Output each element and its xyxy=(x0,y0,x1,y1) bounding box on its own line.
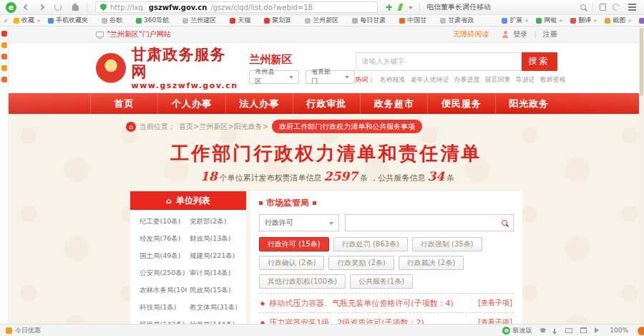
permission-item-text[interactable]: 移动式压力容器、气瓶充装单位资格许可(子项数：4) xyxy=(269,298,454,309)
unit-link[interactable]: 党群部(2条) xyxy=(190,217,237,226)
download-icon[interactable] xyxy=(554,329,555,332)
bookmark-item[interactable]: 360导航 xyxy=(136,16,175,25)
category-tab[interactable]: 行政强制 (35条) xyxy=(412,237,482,251)
statusbar-deals[interactable]: 今日优惠 xyxy=(6,326,41,335)
unit-link[interactable]: 纪工委(10条) xyxy=(140,217,187,226)
zoom-level[interactable]: 100% xyxy=(610,327,628,334)
breadcrumb-path[interactable]: 首页>兰州新区>阳光政务> xyxy=(179,122,268,132)
category-tab[interactable]: 行政奖励 (2条) xyxy=(328,256,394,270)
bookmark-item[interactable]: 兰州新区 xyxy=(305,16,345,25)
history-icon[interactable] xyxy=(611,2,621,12)
bookmark-item[interactable]: 聚划算 xyxy=(264,16,298,25)
skin-icon[interactable] xyxy=(540,328,546,332)
category-tab[interactable]: 行政裁决 (2条) xyxy=(399,256,464,270)
unit-link[interactable]: 农林水务局(106条) xyxy=(140,286,187,295)
login-link[interactable]: 登录 xyxy=(513,29,527,39)
site-brand[interactable]: 甘肃政务服务网 www.gszwfw.gov.cn xyxy=(132,46,241,90)
category-tab[interactable]: 其他行政职权(100条) xyxy=(259,274,346,289)
side-panel-icon[interactable] xyxy=(1,65,7,71)
nav-item[interactable]: 阳光政务 xyxy=(495,93,562,114)
item-search-box[interactable] xyxy=(345,214,514,231)
unit-link[interactable]: 国土局(49条) xyxy=(140,251,187,261)
hotword-link[interactable]: 留言回复 xyxy=(485,75,511,85)
forward-icon[interactable] xyxy=(39,4,44,10)
nav-item[interactable]: 首页 xyxy=(90,93,157,114)
view-subitems-link[interactable]: [查看子项] xyxy=(478,317,512,324)
browser-search-input[interactable]: 电信董事长调任移动 xyxy=(426,2,574,12)
nav-item[interactable]: 个人办事 xyxy=(157,93,225,114)
category-select[interactable]: 行政许可 xyxy=(259,214,339,231)
browser-tool-item[interactable]: 游戏 xyxy=(639,16,644,25)
hotword-link[interactable]: 教师资格 xyxy=(540,75,566,85)
refresh-icon[interactable] xyxy=(54,4,62,11)
side-panel-icon[interactable] xyxy=(1,54,7,59)
side-panel-icon[interactable] xyxy=(1,77,7,82)
department-dropdown[interactable]: 省直部门 xyxy=(306,70,356,84)
unit-link[interactable]: 经发局(76条) xyxy=(140,234,187,244)
permission-item-text[interactable]: 压力容器安装1级、2级资质许可(子项数：2) xyxy=(269,317,424,325)
bookmarks-collapse-icon[interactable] xyxy=(4,19,8,22)
browser-tool-item[interactable]: 扩展 xyxy=(502,16,529,25)
menu-icon[interactable] xyxy=(628,6,636,8)
category-tab[interactable]: 公共服务(1条) xyxy=(350,274,413,289)
unit-link[interactable]: 教文体局(31条) xyxy=(190,303,237,312)
unit-link[interactable]: 科技局(1条) xyxy=(140,303,187,312)
accessibility-link[interactable]: 无障碍阅读 xyxy=(453,29,489,39)
speedup-bolt-icon[interactable] xyxy=(397,4,403,11)
nav-item[interactable]: 行政审批 xyxy=(293,93,360,114)
back-icon[interactable] xyxy=(24,4,29,10)
window-icon[interactable] xyxy=(580,327,587,333)
portal-tab-label[interactable]: "兰州新区"门户网站 xyxy=(107,29,171,39)
bookmark-item[interactable]: 中国甘 xyxy=(399,16,433,25)
item-search-icon[interactable] xyxy=(502,220,507,226)
unit-link[interactable]: 公安局(250条) xyxy=(140,269,187,278)
hotword-link[interactable]: 导游证 xyxy=(516,75,535,85)
home-icon[interactable] xyxy=(72,6,79,11)
register-link[interactable]: 注册 xyxy=(543,29,557,39)
plugin-icon[interactable] xyxy=(386,4,392,11)
nav-item[interactable]: 便民服务 xyxy=(427,93,494,114)
assistant-floating-icon[interactable] xyxy=(638,327,644,335)
hotword-link[interactable]: 老年人优待证 xyxy=(411,75,449,85)
scrollbar-thumb[interactable] xyxy=(640,28,643,96)
nav-item[interactable]: 政务超市 xyxy=(360,93,427,114)
nav-item[interactable]: 法人办事 xyxy=(225,93,293,114)
item-search-input[interactable] xyxy=(351,219,502,227)
bookmark-item[interactable]: 天猫 xyxy=(230,16,257,25)
chevron-down-icon[interactable] xyxy=(409,6,413,11)
browser-tool-item[interactable]: 翻译 xyxy=(570,16,597,25)
bookmark-item[interactable]: 收藏 xyxy=(14,16,41,25)
site-search-input[interactable] xyxy=(356,52,522,71)
breadcrumb-current-pill[interactable]: 政府工作部门行政权力清单和公共服务事项 xyxy=(272,120,422,133)
reader-mode-icon[interactable] xyxy=(600,4,606,11)
unit-link[interactable]: 审计局(14条) xyxy=(190,269,237,278)
unit-link[interactable]: 民政局(15条) xyxy=(190,286,237,295)
page-scrollbar[interactable] xyxy=(639,27,644,324)
breadcrumb-home-icon[interactable]: ⌂ xyxy=(126,122,136,132)
desktop-icon[interactable] xyxy=(565,328,572,333)
browser-tool-item[interactable]: 截图 xyxy=(605,16,632,25)
address-bar[interactable]: http://lxq.gszwfw.gov.cn/gszw/clqd/list.… xyxy=(95,1,378,13)
side-panel-icon[interactable] xyxy=(1,42,7,48)
bookmark-item[interactable]: 手机收藏夹 xyxy=(48,16,94,25)
security-shield-icon[interactable] xyxy=(100,4,107,11)
sound-icon[interactable] xyxy=(595,327,602,333)
bookmark-item[interactable]: 谷歌 xyxy=(102,16,129,25)
unit-link[interactable]: 财政局(13条) xyxy=(190,234,237,244)
browser-360-logo[interactable]: e xyxy=(6,2,16,13)
bookmark-item[interactable]: 兰州建区 xyxy=(182,16,223,25)
category-tab[interactable]: 行政处罚 (863条) xyxy=(333,237,408,251)
bookmark-item[interactable]: 每日甘肃 xyxy=(352,16,392,25)
speed-mode-indicator[interactable]: e 极速版 xyxy=(502,326,532,335)
hotword-link[interactable]: 办事进度 xyxy=(454,75,480,85)
view-subitems-link[interactable]: [查看子项] xyxy=(478,298,512,308)
hotword-link[interactable]: 名称核准 xyxy=(380,75,406,85)
site-search-button[interactable]: 搜索 xyxy=(522,52,557,71)
category-tab[interactable]: 行政许可 (15条) xyxy=(259,237,329,251)
browser-search-icon[interactable] xyxy=(580,4,586,10)
city-dropdown[interactable]: 市州县区 xyxy=(249,70,299,84)
browser-tool-item[interactable]: 网银 xyxy=(536,16,563,25)
bookmark-item[interactable]: 甘肃省政 xyxy=(440,16,480,25)
category-tab[interactable]: 行政确认 (2条) xyxy=(259,256,324,270)
side-panel-icon[interactable] xyxy=(1,31,7,37)
